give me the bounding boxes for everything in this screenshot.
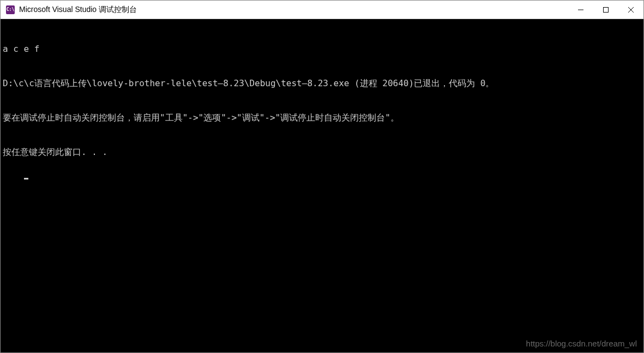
console-line: D:\c\c语言代码上传\lovely-brother-lele\test—8.…	[3, 77, 641, 89]
maximize-icon	[603, 7, 609, 13]
close-button[interactable]	[618, 1, 643, 19]
cursor	[24, 178, 28, 180]
minimize-icon	[578, 7, 583, 13]
app-icon-text: C:\	[7, 7, 14, 12]
watermark: https://blog.csdn.net/dream_wl	[526, 338, 637, 349]
app-icon: C:\	[6, 5, 15, 14]
window-controls	[568, 1, 643, 19]
maximize-button[interactable]	[593, 1, 618, 19]
titlebar[interactable]: C:\ Microsoft Visual Studio 调试控制台	[1, 1, 643, 19]
svg-rect-1	[604, 7, 609, 12]
console-line: 要在调试停止时自动关闭控制台，请启用"工具"->"选项"->"调试"->"调试停…	[3, 112, 641, 123]
console-output[interactable]: a c e f D:\c\c语言代码上传\lovely-brother-lele…	[1, 19, 643, 352]
close-icon	[628, 7, 634, 13]
console-line: a c e f	[3, 43, 641, 55]
console-line: 按任意键关闭此窗口. . .	[3, 146, 641, 158]
window-frame: C:\ Microsoft Visual Studio 调试控制台	[0, 0, 644, 353]
window-title: Microsoft Visual Studio 调试控制台	[19, 5, 568, 15]
minimize-button[interactable]	[568, 1, 593, 19]
